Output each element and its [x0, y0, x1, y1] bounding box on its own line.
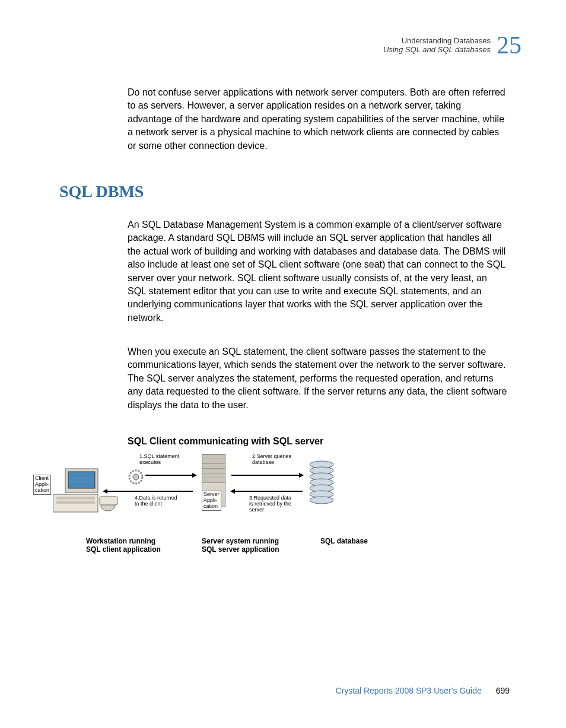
svg-rect-6	[100, 497, 117, 505]
arrow-right-1	[145, 475, 196, 476]
step-4-label: 4.Data is returned to the client	[135, 495, 177, 507]
step-3-label: 3.Requested data is retrieved by the ser…	[249, 495, 291, 513]
svg-point-8	[133, 474, 139, 480]
body-paragraph-2: When you execute an SQL statement, the c…	[128, 345, 507, 412]
page-header: Understanding Databases Using SQL and SQ…	[383, 33, 522, 58]
server-app-label: Server Appli- cation	[202, 491, 221, 511]
gear-icon	[128, 469, 144, 488]
arrow-right-2	[231, 475, 303, 476]
step-1-label: 1.SQL statement executes	[139, 454, 179, 466]
chapter-number: 25	[497, 33, 522, 58]
page-footer: Crystal Reports 2008 SP3 User's Guide 69…	[336, 686, 510, 695]
caption-database: SQL database	[320, 537, 368, 545]
breadcrumb: Understanding Databases	[383, 36, 491, 45]
svg-point-15	[310, 497, 333, 504]
caption-workstation: Workstation running SQL client applicati…	[86, 537, 161, 554]
step-2-label: 2.Server queries database	[252, 454, 291, 466]
figure-diagram: Client Appli- cation 1.SQL statement exe…	[36, 454, 403, 573]
footer-guide: Crystal Reports 2008 SP3 User's Guide	[336, 686, 482, 695]
section-heading: SQL DBMS	[59, 182, 144, 201]
svg-rect-4	[56, 501, 95, 504]
header-section: Using SQL and SQL databases	[383, 45, 491, 54]
intro-paragraph: Do not confuse server applications with …	[128, 86, 507, 152]
arrow-left-4	[104, 491, 193, 492]
caption-server: Server system running SQL server applica…	[202, 537, 279, 554]
client-app-label: Client Appli- cation	[33, 475, 51, 495]
header-text-block: Understanding Databases Using SQL and SQ…	[383, 36, 491, 54]
footer-page-number: 699	[496, 686, 510, 695]
database-icon	[309, 460, 335, 510]
body-paragraph-1: An SQL Database Management System is a c…	[128, 218, 507, 325]
svg-rect-3	[56, 497, 95, 500]
arrow-left-3	[231, 491, 303, 492]
svg-rect-1	[68, 472, 95, 488]
figure-title: SQL Client communicating with SQL server	[128, 436, 323, 447]
